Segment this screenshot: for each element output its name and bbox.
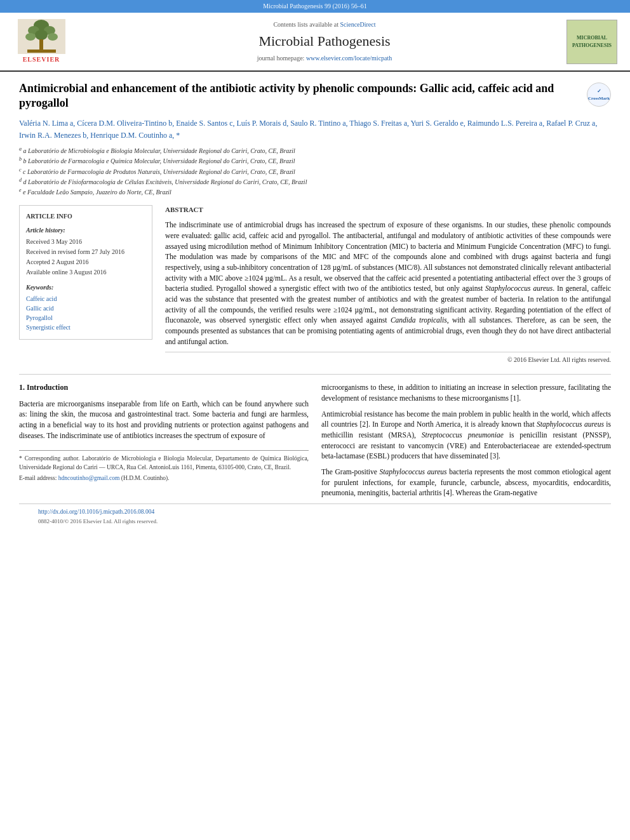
affiliation-a: a a Laboratório de Microbiologia e Biolo… <box>19 145 611 156</box>
homepage-link[interactable]: www.elsevier.com/locate/micpath <box>306 55 392 62</box>
copyright-line: © 2016 Elsevier Ltd. All rights reserved… <box>165 352 611 364</box>
journal-center-info: Contents lists available at ScienceDirec… <box>83 20 566 63</box>
section-divider <box>19 374 611 375</box>
intro-paragraph-3: Antimicrobial resistance has become the … <box>321 409 611 462</box>
svg-rect-7 <box>39 39 43 51</box>
introduction-heading: 1. Introduction <box>19 382 309 393</box>
body-left-column: 1. Introduction Bacteria are microorgani… <box>19 382 309 503</box>
revised-date: Received in revised form 27 July 2016 <box>26 248 145 257</box>
email-footnote: E-mail address: hdncoutinho@gmail.com (H… <box>19 474 309 483</box>
received-date: Received 3 May 2016 <box>26 237 145 246</box>
journal-citation-bar: Microbial Pathogenesis 99 (2016) 56–61 <box>0 0 630 13</box>
info-abstract-section: ARTICLE INFO Article history: Received 3… <box>19 205 611 364</box>
email-link[interactable]: hdncoutinho@gmail.com <box>58 475 120 481</box>
footnotes: * Corresponding author. Laboratório de M… <box>19 450 309 483</box>
bottom-bar: http://dx.doi.org/10.1016/j.micpath.2016… <box>19 503 611 530</box>
affiliations: a a Laboratório de Microbiologia e Biolo… <box>19 145 611 197</box>
elsevier-logo: ELSEVIER <box>13 19 70 64</box>
abstract-title: ABSTRACT <box>165 205 611 215</box>
svg-point-4 <box>25 33 36 41</box>
affiliation-e: e e Faculdade Leão Sampaio, Juazeiro do … <box>19 187 611 197</box>
svg-point-5 <box>35 30 48 40</box>
authors-text: Valéria N. Lima a, Cícera D.M. Oliveira-… <box>19 119 597 140</box>
elsevier-brand-text: ELSEVIER <box>23 55 60 64</box>
keyword-4: Synergistic effect <box>26 323 145 332</box>
article-info-column: ARTICLE INFO Article history: Received 3… <box>19 205 152 364</box>
contents-line: Contents lists available at ScienceDirec… <box>83 20 566 29</box>
keyword-2: Gallic acid <box>26 304 145 313</box>
elsevier-tree-icon <box>18 19 65 54</box>
body-right-column: microorganisms to these, in addition to … <box>321 382 611 503</box>
svg-point-6 <box>48 33 58 41</box>
svg-rect-8 <box>27 50 56 53</box>
corresponding-footnote: * Corresponding author. Laboratório de M… <box>19 455 309 472</box>
body-content: 1. Introduction Bacteria are microorgani… <box>19 382 611 503</box>
journal-cover-image: MICROBIALPATHOGENESIS <box>566 20 617 64</box>
journal-title: Microbial Pathogenesis <box>83 32 566 51</box>
keywords-section: Keywords: Caffeic acid Gallic acid Pyrog… <box>26 283 145 332</box>
article-info-title: ARTICLE INFO <box>26 212 145 221</box>
keywords-title: Keywords: <box>26 283 145 292</box>
affiliation-b: b b Laboratório de Farmacologia e Químic… <box>19 156 611 166</box>
journal-header: ELSEVIER Contents lists available at Sci… <box>0 13 630 72</box>
article-title-section: Antimicrobial and enhancement of the ant… <box>19 81 611 111</box>
abstract-text: The indiscriminate use of antimicrobial … <box>165 220 611 347</box>
intro-paragraph-2: microorganisms to these, in addition to … <box>321 382 611 403</box>
doi-link[interactable]: http://dx.doi.org/10.1016/j.micpath.2016… <box>38 509 154 515</box>
affiliation-d: d d Laboratório de Fisiofarmacologia de … <box>19 177 611 187</box>
intro-paragraph-1: Bacteria are microorganisms inseparable … <box>19 399 309 441</box>
crossmark-label: ✓CrossMark <box>588 88 610 102</box>
affiliation-c: c c Laboratório de Farmacologia de Produ… <box>19 166 611 177</box>
intro-paragraph-4: The Gram-positive Staphylococcus aureus … <box>321 467 611 498</box>
authors-line: Valéria N. Lima a, Cícera D.M. Oliveira-… <box>19 117 611 142</box>
crossmark-logo[interactable]: ✓CrossMark <box>587 83 611 107</box>
abstract-box: ABSTRACT The indiscriminate use of antim… <box>165 205 611 364</box>
cover-label: MICROBIALPATHOGENESIS <box>572 34 612 48</box>
available-date: Available online 3 August 2016 <box>26 268 145 277</box>
homepage-line: journal homepage: www.elsevier.com/locat… <box>83 54 566 63</box>
sciencedirect-link[interactable]: ScienceDirect <box>340 21 375 28</box>
main-content: Antimicrobial and enhancement of the ant… <box>0 72 630 536</box>
crossmark-container: ✓CrossMark <box>587 83 611 107</box>
accepted-date: Accepted 2 August 2016 <box>26 258 145 267</box>
abstract-column: ABSTRACT The indiscriminate use of antim… <box>165 205 611 364</box>
article-title: Antimicrobial and enhancement of the ant… <box>19 81 577 111</box>
keyword-1: Caffeic acid <box>26 295 145 303</box>
keyword-3: Pyrogallol <box>26 314 145 323</box>
issn-line: 0882-4010/© 2016 Elsevier Ltd. All right… <box>38 517 592 526</box>
article-history-title: Article history: <box>26 226 145 235</box>
journal-citation: Microbial Pathogenesis 99 (2016) 56–61 <box>263 3 366 10</box>
article-info-box: ARTICLE INFO Article history: Received 3… <box>19 205 152 340</box>
